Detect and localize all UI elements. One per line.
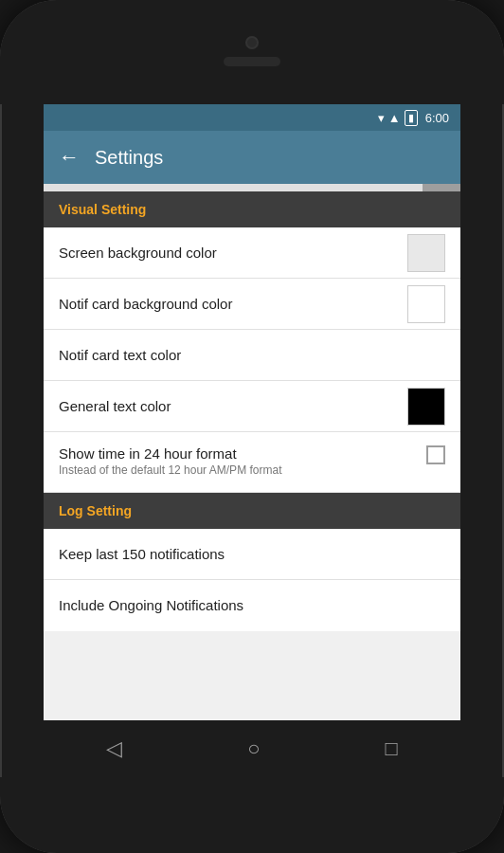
notif-card-bg-color-label: Notif card background color <box>59 296 407 312</box>
content-area: Visual Setting Screen background color N… <box>44 191 460 720</box>
general-text-color-swatch[interactable] <box>407 388 445 426</box>
phone-bottom <box>0 777 504 853</box>
screen: ▾ ▲ ▮ 6:00 ← Settings Visual Setting <box>44 104 460 777</box>
scroll-indicator <box>44 184 460 191</box>
camera <box>245 36 259 49</box>
screen-bg-color-item[interactable]: Screen background color <box>44 227 460 279</box>
include-ongoing-label: Include Ongoing Notifications <box>59 597 445 613</box>
notif-card-bg-color-swatch[interactable] <box>407 285 445 323</box>
speaker <box>224 57 280 66</box>
notif-card-bg-color-item[interactable]: Notif card background color <box>44 279 460 330</box>
back-button[interactable]: ← <box>59 145 80 170</box>
keep-notifications-label: Keep last 150 notifications <box>59 546 445 562</box>
phone-top <box>0 0 504 104</box>
back-nav-icon[interactable]: ◁ <box>106 736 122 761</box>
include-ongoing-item[interactable]: Include Ongoing Notifications <box>44 580 460 631</box>
app-bar-title: Settings <box>95 147 163 169</box>
log-settings-list: Keep last 150 notifications Include Ongo… <box>44 529 460 631</box>
nav-bar: ◁ ○ □ <box>44 720 460 777</box>
screen-bg-color-text: Screen background color <box>59 245 407 261</box>
phone-frame: ▾ ▲ ▮ 6:00 ← Settings Visual Setting <box>0 0 504 853</box>
24hr-format-label: Show time in 24 hour format <box>59 445 426 462</box>
keep-notifications-text: Keep last 150 notifications <box>59 546 445 562</box>
signal-icon: ▲ <box>388 111 401 125</box>
general-text-color-item[interactable]: General text color <box>44 381 460 432</box>
visual-setting-title: Visual Setting <box>59 202 146 217</box>
log-setting-title: Log Setting <box>59 503 132 518</box>
24hr-format-sublabel: Instead of the default 12 hour AM/PM for… <box>59 463 426 479</box>
24hr-format-text: Show time in 24 hour format Instead of t… <box>59 445 426 479</box>
notif-card-text-color-text: Notif card text color <box>59 347 445 363</box>
home-nav-icon[interactable]: ○ <box>247 736 260 761</box>
screen-bg-color-swatch[interactable] <box>407 234 445 272</box>
recent-nav-icon[interactable]: □ <box>386 736 398 761</box>
time-display: 6:00 <box>425 111 449 125</box>
wifi-icon: ▾ <box>378 111 385 125</box>
notif-card-text-color-label: Notif card text color <box>59 347 445 363</box>
scroll-thumb <box>423 184 460 191</box>
status-icons: ▾ ▲ ▮ 6:00 <box>378 110 449 126</box>
app-bar: ← Settings <box>44 131 460 184</box>
24hr-format-checkbox[interactable] <box>426 445 445 464</box>
general-text-color-text: General text color <box>59 398 407 414</box>
visual-settings-list: Screen background color Notif card backg… <box>44 227 460 493</box>
notif-card-bg-color-text: Notif card background color <box>59 296 407 312</box>
visual-setting-header: Visual Setting <box>44 191 460 227</box>
status-bar: ▾ ▲ ▮ 6:00 <box>44 104 460 131</box>
battery-icon: ▮ <box>405 110 418 126</box>
24hr-format-item[interactable]: Show time in 24 hour format Instead of t… <box>44 432 460 493</box>
log-setting-header: Log Setting <box>44 493 460 529</box>
notif-card-text-color-item[interactable]: Notif card text color <box>44 330 460 381</box>
include-ongoing-text: Include Ongoing Notifications <box>59 597 445 613</box>
screen-bg-color-label: Screen background color <box>59 245 407 261</box>
keep-notifications-item[interactable]: Keep last 150 notifications <box>44 529 460 580</box>
general-text-color-label: General text color <box>59 398 407 414</box>
